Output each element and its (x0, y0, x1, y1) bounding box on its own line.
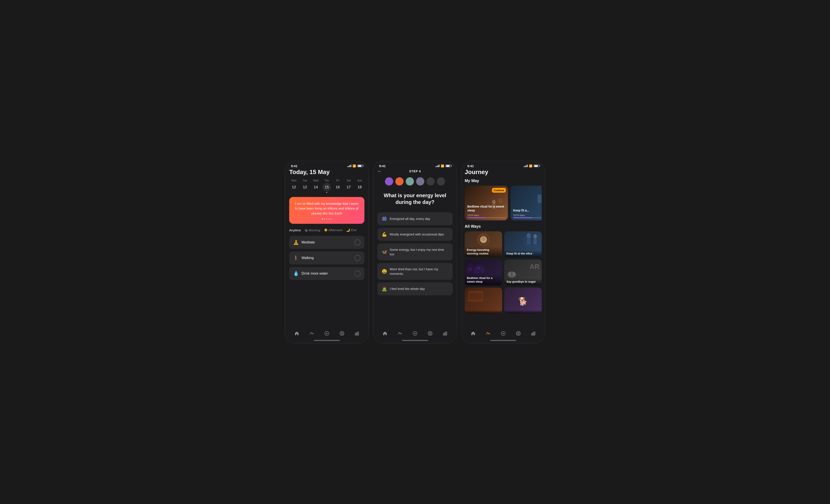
phone-step4: 9:41 📶 ← STEP 4 (373, 161, 457, 343)
svg-point-24 (526, 233, 531, 238)
habit-check-water[interactable] (354, 271, 360, 277)
cal-dot (326, 192, 327, 193)
svg-point-32 (477, 267, 480, 270)
filter-morning[interactable]: 🌤 Morning (304, 228, 320, 232)
svg-rect-8 (445, 332, 445, 335)
all-ways-label: All Ways (465, 224, 542, 229)
back-button[interactable]: ← (377, 169, 382, 174)
my-way-progress-1: 12/24 days (467, 214, 505, 216)
nav-settings-3[interactable] (515, 330, 521, 336)
habit-walking[interactable]: 🚶 Walking (289, 251, 364, 264)
bottom-nav-3 (461, 328, 545, 338)
status-icons-3: 📶 (524, 164, 539, 167)
my-way-card-bedtime-title: Bedtime ritual for a sweet sleep (467, 204, 505, 212)
habit-check-meditate[interactable] (354, 239, 360, 245)
svg-point-21 (481, 237, 486, 241)
nav-journey-2[interactable] (397, 330, 403, 336)
way-card-sugar[interactable]: AR Say goodbye to sugar (504, 259, 542, 285)
cal-day-sun: Sun 18 (355, 179, 364, 193)
my-way-label: My Way (465, 179, 542, 183)
status-bar-1: 9:41 📶 (285, 161, 369, 169)
cal-day-fri: Fri 16 (333, 179, 343, 193)
quote-card[interactable]: I am so filled with my knowledge that I … (289, 197, 364, 224)
quote-text: I am so filled with my knowledge that I … (293, 201, 360, 216)
battery-icon-3 (534, 164, 539, 167)
habit-check-walking[interactable] (354, 255, 360, 261)
filter-eve[interactable]: 🌙 Eve (346, 228, 357, 232)
phone-journey: 9:41 📶 Journey My Way (461, 161, 545, 343)
way-card-extra2-label (504, 310, 542, 314)
nav-settings-1[interactable] (339, 330, 345, 336)
nav-home-1[interactable] (294, 330, 299, 336)
svg-rect-37 (469, 293, 482, 300)
nav-home-3[interactable] (470, 330, 476, 336)
nav-add-3[interactable] (500, 330, 506, 336)
energy-option-3[interactable]: 🦋 Some energy, but I enjoy my rest time … (377, 244, 453, 260)
step-dot-1 (385, 177, 393, 186)
habit-water[interactable]: 💧 Drink more water (289, 267, 364, 280)
filter-afternoon[interactable]: ☀️ Afternoon (324, 228, 343, 232)
nav-settings-2[interactable] (427, 330, 433, 336)
svg-point-14 (541, 189, 542, 195)
status-icons-1: 📶 (347, 164, 363, 167)
continue-button[interactable]: Continue (492, 188, 506, 193)
nav-add-1[interactable] (324, 330, 330, 336)
nav-journey-3[interactable] (485, 330, 491, 336)
way-card-bedtime2[interactable]: Bedtime ritual for a sweet sleep (465, 259, 502, 285)
my-way-progress-2: 12/24 days (513, 214, 542, 216)
bottom-nav-2 (373, 328, 457, 338)
energy-option-1[interactable]: 🎆 Energized all day, every day (377, 212, 453, 225)
step-dot-2 (395, 177, 404, 186)
svg-rect-42 (534, 332, 535, 335)
step-dot-3 (406, 177, 414, 186)
nav-stats-1[interactable] (354, 330, 360, 336)
nav-home-2[interactable] (382, 330, 388, 336)
cal-day-mon: Mon 12 (289, 179, 299, 193)
nav-stats-3[interactable] (531, 330, 536, 336)
filter-anytime[interactable]: Anytime (289, 228, 301, 232)
journey-title: Journey (465, 169, 542, 176)
status-icons-2: 📶 (436, 164, 451, 167)
svg-rect-25 (526, 238, 531, 245)
energy-option-4[interactable]: 😩 More tired than not, but I have my mom… (377, 263, 453, 280)
step-header: ← STEP 4 (377, 169, 453, 176)
status-bar-3: 9:41 📶 (461, 161, 545, 169)
way-card-office[interactable]: Keep fit at the ofice (504, 231, 542, 257)
nav-journey-1[interactable] (309, 330, 315, 336)
nav-add-2[interactable] (412, 330, 418, 336)
progress-bar-1 (467, 217, 505, 218)
signal-icon-3 (524, 164, 528, 167)
ar-text: AR (530, 263, 540, 271)
svg-point-26 (534, 234, 537, 239)
cal-day-thu: Thu 15 (322, 179, 331, 193)
energy-question: What is your energy level during the day… (377, 192, 453, 206)
dog-emoji: 🐕 (518, 297, 528, 306)
bottom-nav-1 (285, 328, 369, 338)
svg-rect-9 (446, 332, 447, 335)
habit-meditate[interactable]: 🧘 Meditate (289, 236, 364, 249)
cal-day-tue: Tue 12 (300, 179, 310, 193)
wifi-icon-1: 📶 (353, 164, 356, 167)
wifi-icon-2: 📶 (441, 164, 444, 167)
svg-rect-3 (356, 332, 357, 335)
cal-day-wed: Wed 14 (311, 179, 321, 193)
my-way-card-bedtime[interactable]: Continue Bedtime ritual for a sweet slee… (465, 186, 508, 220)
my-way-card-keepfit[interactable]: Keep fit a... 12/24 days (511, 186, 542, 220)
svg-point-39 (518, 333, 519, 334)
quote-dots (293, 218, 360, 219)
my-way-card-keepfit-title: Keep fit a... (513, 209, 542, 212)
svg-rect-7 (443, 334, 444, 335)
all-ways-grid: Energy-boosting morning routine Keep fit… (465, 231, 542, 314)
nav-stats-2[interactable] (442, 330, 448, 336)
energy-option-2[interactable]: 💪 Mostly energized with occasional dips (377, 228, 453, 241)
way-card-coffee[interactable]: Energy-boosting morning routine (465, 231, 502, 257)
way-card-extra2[interactable]: 🐕 (504, 288, 542, 314)
calendar-row: Mon 12 Tue 12 Wed 14 Thu 15 Fri (289, 179, 364, 193)
way-card-extra1[interactable] (465, 288, 502, 314)
status-bar-2: 9:41 📶 (373, 161, 457, 169)
screens-container: 9:41 📶 Today, 15 May Mon 12 (285, 161, 545, 343)
step-dot-5 (426, 177, 435, 186)
signal-icon-1 (347, 164, 351, 167)
home-indicator-1 (285, 338, 369, 343)
energy-option-5[interactable]: 🧟 I feel tired the whole day (377, 282, 453, 295)
